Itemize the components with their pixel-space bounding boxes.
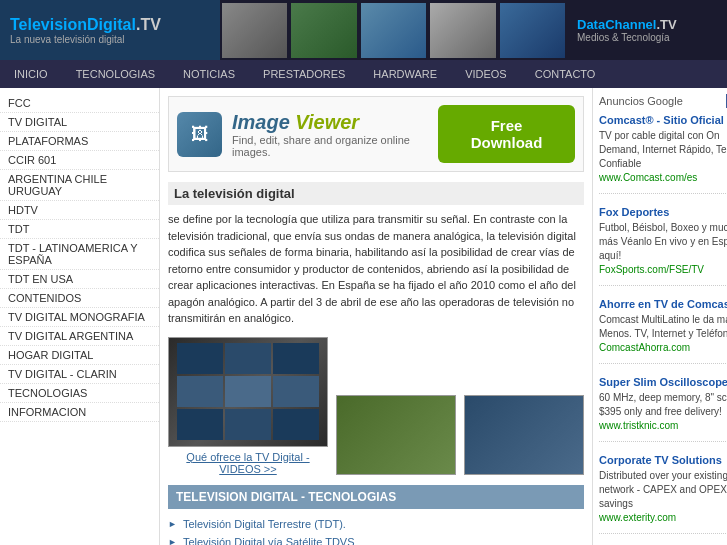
right-ads: Anuncios Google ◄ ► Comcast® - Sitio Ofi… (592, 88, 727, 545)
ad-ahorre-url: ComcastAhorra.com (599, 341, 727, 355)
article-title: La televisión digital (168, 182, 584, 205)
sidebar-item-argentina[interactable]: TV DIGITAL ARGENTINA (0, 327, 159, 346)
ads-header-label: Anuncios Google (599, 95, 683, 107)
sidebar-item-clarin[interactable]: TV DIGITAL - CLARIN (0, 365, 159, 384)
ad-oscilloscope-url: www.tristknic.com (599, 419, 727, 433)
header-img-3 (361, 3, 426, 58)
header-img-2 (291, 3, 356, 58)
ad-ahorre-title[interactable]: Ahorre en TV de Comcast (599, 298, 727, 310)
sidebar-item-informacion[interactable]: INFORMACION (0, 403, 159, 422)
ad-oscilloscope-title[interactable]: Super Slim Oscilloscope (599, 376, 727, 388)
image-icon: 🖼 (191, 124, 209, 145)
sidebar-item-tv-digital[interactable]: TV DIGITAL (0, 113, 159, 132)
ad-corporate-title[interactable]: Corporate TV Solutions (599, 454, 727, 466)
ad-text: Image Viewer Find, edit, share and organ… (232, 111, 438, 158)
ad-oscilloscope: Super Slim Oscilloscope 60 MHz, deep mem… (599, 376, 727, 442)
tecnologias-section: TELEVISION DIGITAL - TECNOLOGIAS Televis… (168, 485, 584, 546)
right-tld-text: .TV (656, 17, 676, 32)
video-thumb-3[interactable] (464, 395, 584, 475)
header-img-5 (500, 3, 565, 58)
main-layout: FCC TV DIGITAL PLATAFORMAS CCIR 601 ARGE… (0, 88, 727, 545)
video-thumb-2[interactable] (336, 395, 456, 475)
thumb-inner-2 (337, 396, 455, 474)
free-download-button[interactable]: Free Download (438, 105, 575, 163)
ad-corporate-url: www.exterity.com (599, 511, 727, 525)
logo-left-sub: La nueva televisión digital (10, 34, 161, 45)
nav-prestadores[interactable]: PRESTADORES (249, 60, 359, 88)
ad-icon: 🖼 (177, 112, 222, 157)
sidebar-item-hogar[interactable]: HOGAR DIGITAL (0, 346, 159, 365)
sidebar-item-hdtv[interactable]: HDTV (0, 201, 159, 220)
link-satellite[interactable]: Televisión Digital vía Satélite TDVS (183, 536, 355, 546)
videos-row: Qué ofrece la TV Digital - VIDEOS >> (168, 337, 584, 475)
sidebar-item-tdt-latam[interactable]: TDT - LATINOAMERICA Y ESPAÑA (0, 239, 159, 270)
ad-oscilloscope-body: 60 MHz, deep memory, 8" screen $395 only… (599, 391, 727, 419)
sidebar-item-ccir601[interactable]: CCIR 601 (0, 151, 159, 170)
ad-corporate: Corporate TV Solutions Distributed over … (599, 454, 727, 534)
ad-comcast-title[interactable]: Comcast® - Sitio Oficial (599, 114, 727, 126)
thumb-inner-1 (169, 338, 327, 446)
nav-inicio[interactable]: INICIO (0, 60, 62, 88)
ad-fox: Fox Deportes Futbol, Béisbol, Boxeo y mu… (599, 206, 727, 286)
sidebar-item-fcc[interactable]: FCC (0, 94, 159, 113)
article: La televisión digital se define por la t… (168, 182, 584, 327)
ad-fox-body: Futbol, Béisbol, Boxeo y mucho más Véanl… (599, 221, 727, 263)
ad-corporate-body: Distributed over your existing IP networ… (599, 469, 727, 511)
nav: INICIO TECNOLOGIAS NOTICIAS PRESTADORES … (0, 60, 727, 88)
nav-tecnologias[interactable]: TECNOLOGIAS (62, 60, 169, 88)
thumb-inner-3 (465, 396, 583, 474)
ad-title-image: Image (232, 111, 295, 133)
right-brand-text: DataChannel (577, 17, 656, 32)
tecnologias-header: TELEVISION DIGITAL - TECNOLOGIAS (168, 485, 584, 509)
video-thumb-large[interactable] (168, 337, 328, 447)
ad-ahorre: Ahorre en TV de Comcast Comcast MultiLat… (599, 298, 727, 364)
nav-noticias[interactable]: NOTICIAS (169, 60, 249, 88)
logo-left: TelevisionDigital.TV La nueva televisión… (0, 0, 220, 60)
ad-tagline: Find, edit, share and organize online im… (232, 134, 438, 158)
ad-comcast: Comcast® - Sitio Oficial TV por cable di… (599, 114, 727, 194)
nav-contacto[interactable]: CONTACTO (521, 60, 610, 88)
header-images (220, 0, 567, 60)
tld-text: .TV (136, 16, 161, 33)
list-item: Televisión Digital Terrestre (TDT). (168, 515, 584, 533)
sidebar-item-tecnologias[interactable]: TECNOLOGIAS (0, 384, 159, 403)
header: TelevisionDigital.TV La nueva televisión… (0, 0, 727, 60)
sidebar-item-monografia[interactable]: TV DIGITAL MONOGRAFIA (0, 308, 159, 327)
ad-ahorre-body: Comcast MultiLatino le da mas por Menos.… (599, 313, 727, 341)
logo-left-brand: TelevisionDigital.TV (10, 15, 161, 34)
header-img-1 (222, 3, 287, 58)
link-tdt[interactable]: Televisión Digital Terrestre (TDT). (183, 518, 346, 530)
nav-hardware[interactable]: HARDWARE (359, 60, 451, 88)
sidebar-item-tdt-usa[interactable]: TDT EN USA (0, 270, 159, 289)
list-item: Televisión Digital vía Satélite TDVS (168, 533, 584, 546)
videos-section: Qué ofrece la TV Digital - VIDEOS >> (168, 337, 584, 475)
ads-header: Anuncios Google ◄ ► (599, 94, 727, 108)
ad-comcast-body: TV por cable digital con On Demand, Inte… (599, 129, 727, 171)
sidebar: FCC TV DIGITAL PLATAFORMAS CCIR 601 ARGE… (0, 88, 160, 545)
header-img-4 (430, 3, 495, 58)
ad-fox-title[interactable]: Fox Deportes (599, 206, 727, 218)
ad-fox-url: FoxSports.com/FSE/TV (599, 263, 727, 277)
logo-right: DataChannel.TV Medios & Tecnología (567, 0, 727, 60)
nav-videos[interactable]: VIDEOS (451, 60, 521, 88)
content: 🖼 Image Viewer Find, edit, share and org… (160, 88, 592, 545)
sidebar-item-plataformas[interactable]: PLATAFORMAS (0, 132, 159, 151)
ad-title: Image Viewer (232, 111, 438, 134)
sidebar-item-contenidos[interactable]: CONTENIDOS (0, 289, 159, 308)
tecnologias-links: Televisión Digital Terrestre (TDT). Tele… (168, 515, 584, 546)
sidebar-item-arg-chile[interactable]: ARGENTINA CHILE URUGUAY (0, 170, 159, 201)
article-body: se define por la tecnología que utiliza … (168, 211, 584, 327)
logo-right-brand: DataChannel.TV (577, 17, 677, 33)
ad-banner: 🖼 Image Viewer Find, edit, share and org… (168, 96, 584, 172)
video-caption[interactable]: Qué ofrece la TV Digital - VIDEOS >> (168, 451, 328, 475)
sidebar-item-tdt[interactable]: TDT (0, 220, 159, 239)
logo-right-sub: Medios & Tecnología (577, 32, 677, 43)
brand-text: TelevisionDigital (10, 16, 136, 33)
ad-comcast-url: www.Comcast.com/es (599, 171, 727, 185)
ad-title-viewer: Viewer (295, 111, 359, 133)
